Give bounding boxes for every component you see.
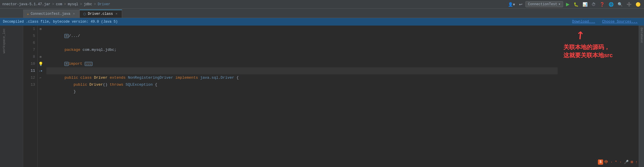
right-panel: Database xyxy=(639,26,644,167)
tab-driver-class[interactable]: ⬡ Driver.class × xyxy=(79,10,122,18)
code-line-10 xyxy=(46,60,558,67)
bottom-logo: S 中 · ° · 🎤 ⊞ ↑ xyxy=(598,159,638,165)
arrow-icon: ↗ xyxy=(570,26,588,44)
navigate-back-button[interactable]: ↩ xyxy=(518,1,524,7)
java-file-icon: ☕ xyxy=(27,12,29,16)
tab-bar: ☕ ConnectionTest.java × ⬡ Driver.class × xyxy=(0,9,644,18)
code-line-11: public class Driver extends NonRegisteri… xyxy=(46,67,558,74)
info-bar: Decompiled .class file, bytecode version… xyxy=(0,18,644,26)
ln-6: 6 xyxy=(23,39,35,46)
ln-5: 5 xyxy=(23,33,35,39)
sogou-toolbar: 中 · ° · 🎤 ⊞ ↑ xyxy=(604,159,638,165)
sogou-icon: S xyxy=(598,159,603,165)
code-line-6: package com.mysql.jdbc; xyxy=(46,39,558,46)
profile-button[interactable]: 👤▾ xyxy=(507,1,516,7)
ln-10: 10 xyxy=(23,60,35,67)
breadcrumb-jar: nnector-java-5.1.47.jar xyxy=(2,2,50,6)
code-line-5 xyxy=(46,33,558,39)
ln-8: 8 xyxy=(23,53,35,60)
tab-connectiontest[interactable]: ☕ ConnectionTest.java × xyxy=(23,10,79,18)
code-line-7 xyxy=(46,46,558,53)
search-button[interactable]: 🔍 xyxy=(616,1,624,7)
gutter-empty-7 xyxy=(38,46,43,53)
profile-run-button[interactable]: ⏱ xyxy=(590,1,597,7)
run-config-selector[interactable]: ConnectionTest ▾ xyxy=(525,1,563,7)
breadcrumb-mysql: mysql xyxy=(68,2,78,6)
gutter-empty-6 xyxy=(38,39,43,46)
fold-marker-1[interactable]: + xyxy=(64,34,69,38)
left-panel: workspace_loc xyxy=(0,26,23,167)
class-file-icon: ⬡ xyxy=(83,12,86,16)
help-button[interactable]: ❓ xyxy=(598,1,606,7)
minimize-button[interactable]: 🟡 xyxy=(634,1,642,7)
browser-button[interactable]: 🌐 xyxy=(607,1,615,7)
gutter-fold-8[interactable]: ⊞ xyxy=(38,53,43,60)
right-panel-label: Database xyxy=(640,28,643,43)
tab-connectiontest-label: ConnectionTest.java xyxy=(31,12,70,16)
code-content[interactable]: +/.../ package com.mysql.jdbc; +import .… xyxy=(43,26,558,167)
info-bar-actions: Download... Choose Sources... xyxy=(569,20,641,24)
gutter-empty-13 xyxy=(38,81,43,88)
run-button[interactable]: ▶ xyxy=(565,1,571,8)
ln-13: 13 xyxy=(23,81,35,88)
debug-button[interactable]: 🐛 xyxy=(572,1,580,7)
gutter-empty-5 xyxy=(38,33,43,39)
code-line-8: +import ... xyxy=(46,53,558,60)
breadcrumb-com: com xyxy=(56,2,62,6)
top-bar: nnector-java-5.1.47.jar > com > mysql > … xyxy=(0,0,644,9)
breadcrumb-jdbc: jdbc xyxy=(84,2,92,6)
tab-driver-label: Driver.class xyxy=(88,12,113,16)
download-link[interactable]: Download... xyxy=(569,20,598,24)
ln-7: 7 xyxy=(23,46,35,53)
ln-11: 11 xyxy=(23,67,35,74)
annotation-area: ↗ 关联本地的源码，这就要关联本地src xyxy=(558,26,639,167)
gutter-bulb-10: 💡 xyxy=(38,60,43,67)
choose-sources-link[interactable]: Choose Sources... xyxy=(599,20,641,24)
decompile-message: Decompiled .class file, bytecode version… xyxy=(3,20,118,24)
fold-content-8[interactable]: ... xyxy=(85,62,93,66)
gutter-debug-11[interactable]: ↓● xyxy=(38,67,43,74)
add-button[interactable]: ➕ xyxy=(625,1,633,7)
fold-marker-8[interactable]: + xyxy=(64,62,69,66)
line-numbers: 1 5 6 7 8 10 11 12 13 xyxy=(23,26,38,167)
tab-driver-close[interactable]: × xyxy=(115,12,118,16)
gutter: ⊞ ⊞ 💡 ↓● ⌐ xyxy=(38,26,43,167)
tab-connectiontest-close[interactable]: × xyxy=(72,12,76,16)
code-line-1: +/.../ xyxy=(46,26,558,33)
breadcrumb: nnector-java-5.1.47.jar > com > mysql > … xyxy=(2,2,110,6)
top-bar-right: 👤▾ ↩ ConnectionTest ▾ ▶ 🐛 📊 ⏱ ❓ 🌐 🔍 ➕ 🟡 xyxy=(507,1,642,8)
ln-1: 1 xyxy=(23,26,35,33)
editor-container: workspace_loc 1 5 6 7 8 10 11 12 13 ⊞ ⊞ … xyxy=(0,26,644,167)
annotation-text: 关联本地的源码，这就要关联本地src xyxy=(563,43,613,59)
code-area: 1 5 6 7 8 10 11 12 13 ⊞ ⊞ 💡 ↓● ⌐ +/ xyxy=(23,26,644,167)
breadcrumb-driver[interactable]: Driver xyxy=(98,2,110,6)
gutter-fold-12[interactable]: ⌐ xyxy=(38,74,43,81)
gutter-fold-1[interactable]: ⊞ xyxy=(38,26,43,33)
left-panel-label: workspace_loc xyxy=(2,28,6,53)
coverage-button[interactable]: 📊 xyxy=(581,1,589,7)
ln-12: 12 xyxy=(23,74,35,81)
